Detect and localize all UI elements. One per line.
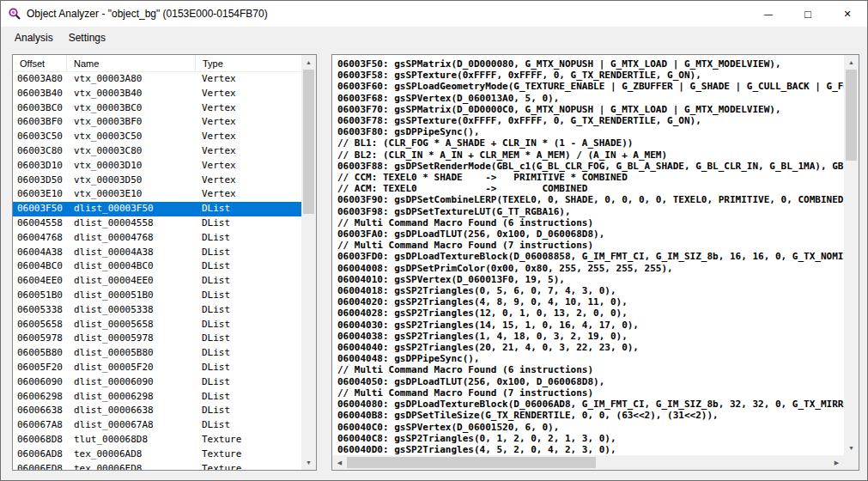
close-button[interactable]: ✕	[828, 1, 867, 27]
cell-type: DList	[196, 274, 301, 289]
cell-name: vtx_00003A80	[67, 72, 196, 87]
minimize-button[interactable]: —	[749, 1, 788, 27]
table-row[interactable]: 06006298dlist_00006298DList	[13, 390, 301, 405]
column-header-type[interactable]: Type	[196, 55, 301, 71]
display-list-panel: 06003F50: gsSPMatrix(D_0D000080, G_MTX_N…	[331, 54, 859, 471]
table-row[interactable]: 06003F50dlist_00003F50DList	[13, 202, 301, 216]
cell-type: Vertex	[196, 101, 301, 116]
code-vertical-scrollbar[interactable]: ▲ ▼	[844, 55, 859, 455]
table-row[interactable]: 060067A8dlist_000067A8DList	[13, 418, 301, 433]
cell-type: DList	[196, 418, 301, 433]
cell-name: dlist_00005B80	[67, 346, 196, 361]
scroll-right-icon[interactable]: ▶	[829, 455, 844, 470]
table-row[interactable]: 06006ED8tex_00006ED8Texture	[13, 462, 301, 470]
code-line: 060040D0: gsSP2Triangles(4, 5, 2, 0, 4, …	[337, 444, 844, 455]
menu-analysis[interactable]: Analysis	[7, 27, 61, 49]
menu-settings[interactable]: Settings	[61, 27, 113, 49]
window-title: Object Analyzer - "object_bg" (0153E000-…	[27, 8, 749, 20]
code-line: 060040C0: gsSPVertex(D_06001520, 6, 0),	[337, 422, 844, 433]
column-header-offset[interactable]: Offset	[13, 55, 67, 71]
table-row[interactable]: 06003B40vtx_00003B40Vertex	[13, 87, 301, 101]
table-row[interactable]: 06003A80vtx_00003A80Vertex	[13, 72, 301, 87]
code-line: 06004050: gsDPLoadTLUT(256, 0x100, D_060…	[337, 376, 844, 387]
cell-offset: 06003E10	[13, 187, 67, 202]
scrollbar-thumb[interactable]	[846, 70, 857, 161]
table-row[interactable]: 06004768dlist_00004768DList	[13, 231, 301, 246]
table-row[interactable]: 060051B0dlist_000051B0DList	[13, 289, 301, 303]
cell-name: dlist_00004EE0	[67, 274, 196, 289]
cell-type: DList	[196, 246, 301, 260]
table-row[interactable]: 06003D50vtx_00003D50Vertex	[13, 174, 301, 188]
cell-offset: 06004BC0	[13, 259, 67, 274]
code-line: 06004038: gsSP2Triangles(1, 4, 18, 0, 3,…	[337, 331, 844, 342]
table-row[interactable]: 06004A38dlist_00004A38DList	[13, 246, 301, 260]
code-line: // BL1: (CLR_FOG * A_SHADE + CLR_IN * (1…	[337, 137, 844, 149]
scroll-down-icon[interactable]: ▼	[844, 441, 859, 455]
code-line: 06003F68: gsSPVertex(D_060013A0, 5, 0),	[337, 93, 844, 104]
scrollbar-thumb[interactable]	[347, 457, 596, 468]
table-row[interactable]: 06003C80vtx_00003C80Vertex	[13, 144, 301, 159]
titlebar[interactable]: Object Analyzer - "object_bg" (0153E000-…	[1, 1, 867, 27]
table-row[interactable]: 06006AD8tex_00006AD8Texture	[13, 448, 301, 462]
code-line: 06004008: gsDPSetPrimColor(0x00, 0x80, 2…	[337, 263, 844, 274]
code-line: // Multi Command Macro Found (6 instruct…	[337, 364, 844, 375]
code-line: // Multi Command Macro Found (7 instruct…	[337, 240, 844, 251]
cell-offset: 060067A8	[13, 418, 67, 433]
table-row[interactable]: 06005F20dlist_00005F20DList	[13, 361, 301, 375]
code-line: 060040C8: gsSP2Triangles(0, 1, 2, 0, 2, …	[337, 433, 844, 444]
cell-type: Vertex	[196, 159, 301, 174]
object-list-vertical-scrollbar[interactable]: ▲ ▼	[301, 55, 316, 470]
table-row[interactable]: 06005338dlist_00005338DList	[13, 303, 301, 318]
table-row[interactable]: 06003BF0vtx_00003BF0Vertex	[13, 115, 301, 130]
code-line: 06003F58: gsSPTexture(0xFFFF, 0xFFFF, 0,…	[337, 70, 844, 81]
table-row[interactable]: 06005978dlist_00005978DList	[13, 332, 301, 346]
table-row[interactable]: 06005B80dlist_00005B80DList	[13, 346, 301, 361]
cell-offset: 06003D50	[13, 174, 67, 188]
cell-name: vtx_00003E10	[67, 187, 196, 202]
cell-name: dlist_00005338	[67, 303, 196, 318]
scrollbar-thumb[interactable]	[303, 70, 314, 214]
code-line: 06004048: gsDPPipeSync(),	[337, 353, 844, 364]
table-row[interactable]: 06005658dlist_00005658DList	[13, 318, 301, 332]
cell-type: DList	[196, 361, 301, 375]
table-row[interactable]: 06006090dlist_00006090DList	[13, 375, 301, 390]
code-line: // ACM: TEXEL0 -> COMBINED	[337, 183, 844, 194]
table-row[interactable]: 06004558dlist_00004558DList	[13, 216, 301, 231]
window-controls: — □ ✕	[749, 1, 867, 27]
table-row[interactable]: 06003E10vtx_00003E10Vertex	[13, 187, 301, 202]
cell-type: Vertex	[196, 72, 301, 87]
scroll-up-icon[interactable]: ▲	[844, 55, 859, 70]
table-row[interactable]: 06004EE0dlist_00004EE0DList	[13, 274, 301, 289]
column-header-name[interactable]: Name	[67, 55, 196, 71]
cell-offset: 06004558	[13, 216, 67, 231]
cell-offset: 06006638	[13, 404, 67, 418]
scroll-down-icon[interactable]: ▼	[301, 455, 316, 470]
cell-type: DList	[196, 216, 301, 231]
cell-offset: 06003C50	[13, 130, 67, 144]
table-row[interactable]: 060068D8tlut_000068D8Texture	[13, 433, 301, 448]
maximize-button[interactable]: □	[788, 1, 828, 27]
table-row[interactable]: 06003D10vtx_00003D10Vertex	[13, 159, 301, 174]
code-line: 06003F78: gsSPTexture(0xFFFF, 0xFFFF, 0,…	[337, 115, 844, 126]
scroll-left-icon[interactable]: ◀	[332, 455, 347, 470]
table-row[interactable]: 06006638dlist_00006638DList	[13, 404, 301, 418]
cell-name: vtx_00003BC0	[67, 101, 196, 116]
cell-name: dlist_000067A8	[67, 418, 196, 433]
table-row[interactable]: 06004BC0dlist_00004BC0DList	[13, 259, 301, 274]
code-line: 06003F80: gsDPPipeSync(),	[337, 126, 844, 137]
table-row[interactable]: 06003BC0vtx_00003BC0Vertex	[13, 101, 301, 116]
code-line: 06003F60: gsSPLoadGeometryMode(G_TEXTURE…	[337, 81, 844, 92]
code-line: 06003FA0: gsDPLoadTLUT(256, 0x100, D_060…	[337, 228, 844, 240]
cell-type: Vertex	[196, 174, 301, 188]
cell-type: DList	[196, 289, 301, 303]
table-row[interactable]: 06003C50vtx_00003C50Vertex	[13, 130, 301, 144]
code-horizontal-scrollbar[interactable]: ◀ ▶	[332, 455, 844, 470]
code-line: // BL2: (CLR_IN * A_IN + CLR_MEM * A_MEM…	[337, 149, 844, 161]
scroll-up-icon[interactable]: ▲	[301, 55, 316, 70]
cell-name: dlist_00005658	[67, 318, 196, 332]
cell-offset: 060051B0	[13, 289, 67, 303]
cell-name: dlist_00005F20	[67, 361, 196, 375]
code-line: 06003F50: gsSPMatrix(D_0D000080, G_MTX_N…	[337, 58, 844, 70]
app-icon	[8, 7, 21, 21]
code-line: 06003F70: gsSPMatrix(D_0D0000C0, G_MTX_N…	[337, 104, 844, 115]
